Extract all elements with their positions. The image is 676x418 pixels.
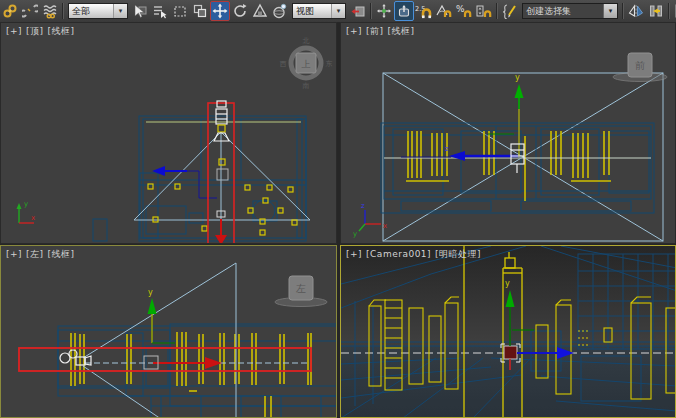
chevron-down-icon: ▾	[113, 4, 127, 18]
unlink-selection-icon[interactable]	[20, 1, 40, 21]
camera-view-scene: y	[341, 246, 676, 418]
toolbar-separator	[668, 3, 670, 19]
mirror-icon[interactable]	[626, 1, 646, 21]
viewport-shading-button[interactable]: [线框]	[48, 249, 75, 259]
viewport-view-button[interactable]: [前]	[366, 26, 384, 36]
viewport-left-label: [+][左][线框]	[6, 248, 79, 261]
layer-explorer-icon[interactable]	[672, 1, 676, 21]
viewport-view-button[interactable]: [顶]	[26, 26, 44, 36]
viewcube-left-face: 左	[296, 283, 306, 294]
select-and-scale-icon[interactable]	[250, 1, 270, 21]
viewport-shading-button[interactable]: [线框]	[388, 26, 415, 36]
bind-to-space-warp-icon[interactable]	[40, 1, 60, 21]
selection-filter-dropdown[interactable]: 全部 ▾	[68, 3, 128, 19]
toolbar-separator	[62, 3, 64, 19]
reference-coordinate-dropdown[interactable]: 视图 ▾	[292, 3, 346, 19]
viewport-view-button[interactable]: [左]	[26, 249, 44, 259]
viewcube[interactable]: 前	[613, 53, 667, 82]
gizmo-z-axis[interactable]: z	[401, 145, 518, 161]
viewport-camera-label: [+][Camera001][明暗处理]	[346, 248, 485, 261]
toolbar-separator	[496, 3, 498, 19]
svg-text:z: z	[361, 202, 365, 210]
top-view-scene: y x 上 北 东 南 西	[1, 23, 337, 244]
svg-text:y: y	[24, 200, 28, 208]
use-pivot-point-center-icon[interactable]	[348, 1, 368, 21]
viewport-top-label: [+][顶][线框]	[6, 25, 79, 38]
angle-snap-toggle-icon[interactable]	[434, 1, 454, 21]
viewport-menu-button[interactable]: [+]	[346, 249, 362, 259]
align-icon[interactable]	[646, 1, 666, 21]
viewport-camera[interactable]: [+][Camera001][明暗处理]	[340, 245, 676, 418]
viewport-menu-button[interactable]: [+]	[6, 249, 22, 259]
front-view-scene: z y z x y	[341, 23, 676, 244]
named-selection-sets-dropdown[interactable]: 创建选择集 ▾	[522, 3, 618, 19]
viewcube-front-face: 前	[635, 60, 645, 71]
select-and-rotate-icon[interactable]	[230, 1, 250, 21]
svg-text:y: y	[148, 288, 153, 297]
viewport-front-label: [+][前][线框]	[346, 25, 419, 38]
select-by-name-icon[interactable]	[150, 1, 170, 21]
rectangular-selection-region-icon[interactable]	[170, 1, 190, 21]
compass-north: 北	[303, 37, 310, 45]
viewport-menu-button[interactable]: [+]	[346, 26, 362, 36]
svg-text:y: y	[505, 279, 510, 288]
gizmo-y-axis[interactable]: y	[148, 288, 176, 343]
select-and-place-icon[interactable]	[270, 1, 290, 21]
compass-west: 西	[280, 60, 287, 68]
svg-text:x: x	[31, 214, 35, 222]
viewcube[interactable]: 左	[275, 276, 327, 307]
left-view-scene: y 左	[1, 246, 337, 418]
toolbar-separator	[370, 3, 372, 19]
svg-text:%: %	[456, 4, 465, 14]
svg-text:y: y	[353, 230, 357, 238]
selected-panels	[71, 332, 311, 417]
select-and-manipulate-icon[interactable]	[374, 1, 394, 21]
viewport-shading-button[interactable]: [线框]	[48, 26, 75, 36]
3dsmax-window: 全部 ▾	[0, 0, 676, 418]
viewport-view-button[interactable]: [Camera001]	[366, 249, 431, 259]
chevron-down-icon: ▾	[603, 4, 617, 18]
select-and-link-icon[interactable]	[0, 1, 20, 21]
spinner-snap-toggle-icon[interactable]	[474, 1, 494, 21]
world-axis-tripod: z x y	[353, 202, 387, 238]
selection-filter-value: 全部	[69, 5, 113, 18]
svg-text:z: z	[445, 145, 449, 153]
window-crossing-toggle-icon[interactable]	[190, 1, 210, 21]
compass-east: 东	[326, 60, 333, 68]
gizmo-x-axis[interactable]	[153, 357, 222, 369]
named-selection-sets-value: 创建选择集	[523, 5, 603, 18]
viewport-axis-tripod: y x	[17, 200, 36, 223]
viewport-front[interactable]: [+][前][线框]	[340, 22, 676, 244]
gizmo-box[interactable]	[217, 169, 228, 180]
reference-coordinate-value: 视图	[293, 5, 331, 18]
svg-text:y: y	[515, 73, 520, 82]
percent-snap-toggle-icon[interactable]: %	[454, 1, 474, 21]
snaps-toggle-icon[interactable]: 2.5	[414, 1, 434, 21]
select-and-move-button[interactable]	[210, 1, 230, 21]
viewport-left[interactable]: [+][左][线框]	[0, 245, 337, 418]
main-toolbar: 全部 ▾	[0, 0, 676, 23]
keyboard-shortcut-override-button[interactable]	[394, 1, 414, 21]
gizmo-y-axis[interactable]: y	[505, 279, 515, 346]
svg-text:x: x	[383, 222, 387, 230]
select-object-icon[interactable]	[130, 1, 150, 21]
viewcube-top-face: 上	[302, 59, 311, 69]
chevron-down-icon: ▾	[331, 4, 345, 18]
viewport-shading-button[interactable]: [明暗处理]	[435, 249, 481, 259]
toolbar-separator	[622, 3, 624, 19]
viewcube[interactable]: 上 北 东 南 西	[280, 37, 333, 90]
viewport-top[interactable]: [+][顶][线框]	[0, 22, 337, 244]
compass-south: 南	[303, 82, 310, 90]
selection-region-rect	[19, 348, 311, 371]
viewport-menu-button[interactable]: [+]	[6, 26, 22, 36]
edit-named-selection-sets-icon[interactable]	[500, 1, 520, 21]
